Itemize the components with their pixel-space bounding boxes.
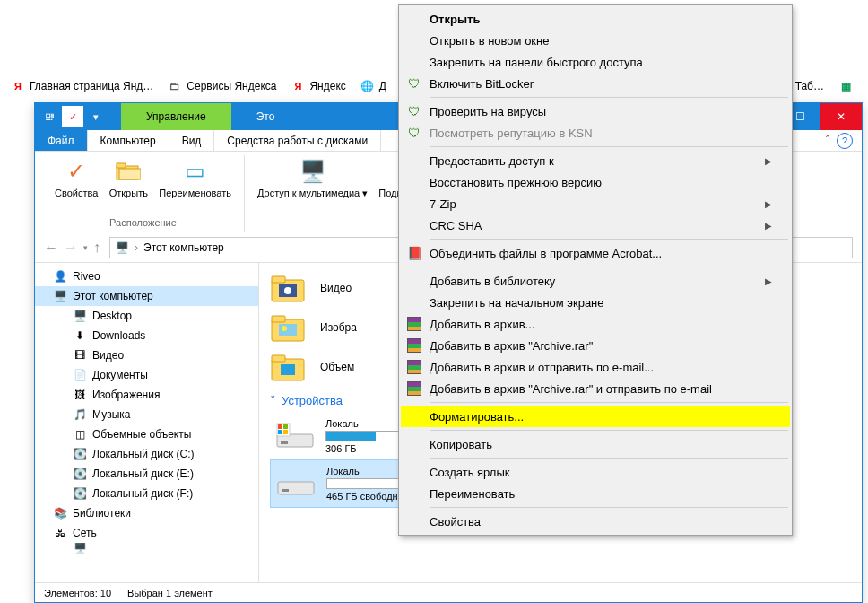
context-menu-item[interactable]: Добавить в архив "Archive.rar" bbox=[401, 335, 790, 356]
context-menu-item[interactable]: Переименовать bbox=[401, 483, 790, 504]
context-menu-item[interactable]: Форматировать... bbox=[401, 406, 790, 427]
help-icon[interactable]: ? bbox=[837, 133, 853, 149]
tab-file[interactable]: Файл bbox=[35, 130, 88, 151]
tab-drive-tools[interactable]: Средства работы с дисками bbox=[214, 130, 381, 151]
downloads-icon: ⬇ bbox=[73, 329, 87, 342]
globe-icon: 🌐 bbox=[360, 79, 375, 93]
context-menu-item[interactable]: Добавить в архив "Archive.rar" и отправи… bbox=[401, 378, 790, 399]
context-menu-item[interactable]: CRC SHA▶ bbox=[401, 214, 790, 236]
net-icon: 🖧 bbox=[53, 527, 67, 539]
drive-icon bbox=[275, 422, 315, 450]
bookmark-d[interactable]: 🌐Д bbox=[355, 75, 392, 97]
navigation-tree: 👤Riveo🖥️Этот компьютер🖥️Desktop⬇Download… bbox=[35, 263, 259, 582]
tree-item[interactable]: ⬇Downloads bbox=[35, 326, 258, 345]
bookmark-tab-cut[interactable]: Таб… bbox=[790, 76, 829, 96]
title-tab-manage[interactable]: Управление bbox=[121, 103, 231, 130]
breadcrumb[interactable]: Этот компьютер bbox=[143, 241, 224, 254]
menu-item-label: Добавить в архив "Archive.rar" и отправи… bbox=[430, 382, 712, 396]
bookmark-yandex-home[interactable]: ЯГлавная страница Янд… bbox=[5, 75, 159, 97]
context-menu-item[interactable]: Открыть в новом окне bbox=[401, 30, 790, 51]
context-menu-item[interactable]: Добавить в архив и отправить по e-mail..… bbox=[401, 356, 790, 378]
bookmark-yandex[interactable]: ЯЯндекс bbox=[285, 75, 351, 97]
tree-item[interactable]: 🎞Видео bbox=[35, 345, 258, 365]
context-menu-item[interactable]: Копировать bbox=[401, 433, 790, 455]
bookmark-sheets[interactable]: ▦ bbox=[833, 75, 863, 97]
folder-label: Видео bbox=[320, 282, 352, 294]
tree-item-label: Этот компьютер bbox=[73, 290, 153, 302]
ribbon-media-access[interactable]: 🖥️Доступ к мультимедиа ▾ bbox=[252, 155, 373, 201]
winrar-icon bbox=[406, 380, 422, 397]
pics-icon: 🖼 bbox=[73, 389, 87, 401]
tree-item[interactable]: 💽Локальный диск (C:) bbox=[35, 444, 258, 464]
folder-icon bbox=[270, 271, 308, 305]
winrar-icon bbox=[406, 359, 422, 375]
music-icon: 🎵 bbox=[73, 408, 87, 421]
tree-item[interactable]: ◫Объемные объекты bbox=[35, 424, 258, 444]
ribbon-collapse-icon[interactable]: ˆ bbox=[826, 135, 829, 147]
menu-item-label: Посмотреть репутацию в KSN bbox=[430, 127, 593, 140]
context-menu-item[interactable]: Восстановить прежнюю версию bbox=[401, 171, 790, 193]
context-menu-item[interactable]: 7-Zip▶ bbox=[401, 193, 790, 214]
tree-item[interactable]: 👤Riveo bbox=[35, 267, 258, 286]
context-menu-item[interactable]: Открыть bbox=[401, 8, 790, 30]
tree-item-label: Riveo bbox=[73, 270, 100, 283]
tree-item[interactable]: 💽Локальный диск (E:) bbox=[35, 464, 258, 484]
context-menu-item[interactable]: 🛡Посмотреть репутацию в KSN bbox=[401, 122, 790, 144]
ribbon-rename[interactable]: ▭Переименовать bbox=[153, 155, 237, 200]
context-menu-item[interactable]: 🛡Проверить на вирусы bbox=[401, 100, 790, 122]
drive-icon bbox=[276, 469, 316, 498]
tree-item[interactable]: 💽Локальный диск (F:) bbox=[35, 484, 258, 503]
context-menu-item[interactable]: Создать ярлык bbox=[401, 461, 790, 483]
tree-item-label: Музыка bbox=[92, 408, 130, 421]
tree-item[interactable]: 🎵Музыка bbox=[35, 405, 258, 424]
menu-item-label: Создать ярлык bbox=[430, 466, 509, 479]
forward-button[interactable]: → bbox=[64, 240, 78, 256]
ribbon-properties[interactable]: ✓Свойства bbox=[49, 155, 103, 200]
context-menu-item[interactable]: Закрепить на панели быстрого доступа bbox=[401, 51, 790, 73]
checkmark-icon: ✓ bbox=[62, 157, 91, 186]
tree-item[interactable]: 🖥️Desktop bbox=[35, 306, 258, 326]
qat-dropdown-icon[interactable]: ▾ bbox=[85, 106, 107, 127]
qat-pin-icon[interactable]: ✓ bbox=[62, 106, 83, 127]
folder-icon bbox=[270, 350, 308, 384]
history-dropdown-icon[interactable]: ▾ bbox=[83, 243, 88, 252]
svg-rect-2 bbox=[119, 169, 141, 179]
context-menu-item[interactable]: Закрепить на начальном экране bbox=[401, 292, 790, 313]
tree-item[interactable]: 📄Документы bbox=[35, 365, 258, 385]
menu-item-label: Открыть в новом окне bbox=[430, 34, 549, 48]
drive-icon: 💽 bbox=[73, 448, 87, 460]
context-menu-item[interactable]: Предоставить доступ к▶ bbox=[401, 150, 790, 171]
tree-item[interactable]: 🖼Изображения bbox=[35, 385, 258, 405]
tab-view[interactable]: Вид bbox=[169, 130, 215, 151]
menu-separator bbox=[430, 97, 788, 98]
bookmark-yandex-services[interactable]: 🗀Сервисы Яндекса bbox=[162, 75, 282, 97]
tab-computer[interactable]: Компьютер bbox=[88, 130, 169, 151]
menu-item-label: Добавить в архив... bbox=[430, 318, 534, 331]
tree-item[interactable]: 🖧Сеть bbox=[35, 523, 258, 543]
tree-item[interactable]: 📚Библиотеки bbox=[35, 503, 258, 523]
tree-item-label: Сеть bbox=[73, 527, 97, 539]
menu-item-label: CRC SHA bbox=[430, 219, 482, 232]
menu-item-label: Открыть bbox=[430, 13, 480, 26]
winrar-icon bbox=[406, 337, 422, 354]
menu-item-label: Включить BitLocker bbox=[430, 77, 534, 91]
winrar-icon bbox=[406, 316, 422, 332]
context-menu-item[interactable]: Добавить в архив... bbox=[401, 313, 790, 335]
context-menu-item[interactable]: Свойства bbox=[401, 511, 790, 532]
qat-computer-icon[interactable]: 🖳 bbox=[39, 106, 60, 127]
menu-separator bbox=[430, 239, 788, 240]
back-button[interactable]: ← bbox=[44, 240, 58, 256]
svg-point-6 bbox=[284, 287, 291, 294]
folder-label: Изобра bbox=[320, 321, 357, 334]
context-menu-item[interactable]: 🛡Включить BitLocker bbox=[401, 73, 790, 94]
context-menu-item[interactable]: 📕Объединить файлы в программе Acrobat... bbox=[401, 242, 790, 264]
ribbon-open[interactable]: Открыть bbox=[103, 155, 153, 200]
tree-item[interactable]: 🖥️Этот компьютер bbox=[35, 286, 258, 306]
close-button[interactable]: ✕ bbox=[820, 103, 862, 130]
svg-rect-18 bbox=[283, 424, 288, 429]
svg-point-10 bbox=[282, 326, 287, 331]
svg-rect-21 bbox=[278, 482, 314, 494]
up-button[interactable]: ↑ bbox=[93, 240, 100, 256]
context-menu-item[interactable]: Добавить в библиотеку▶ bbox=[401, 270, 790, 292]
computer-icon: 🖥️ bbox=[116, 241, 129, 254]
